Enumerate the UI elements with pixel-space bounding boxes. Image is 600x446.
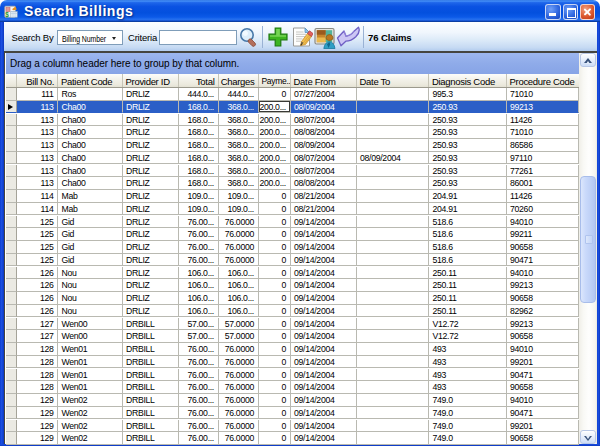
svg-text:$: $ xyxy=(5,11,9,18)
